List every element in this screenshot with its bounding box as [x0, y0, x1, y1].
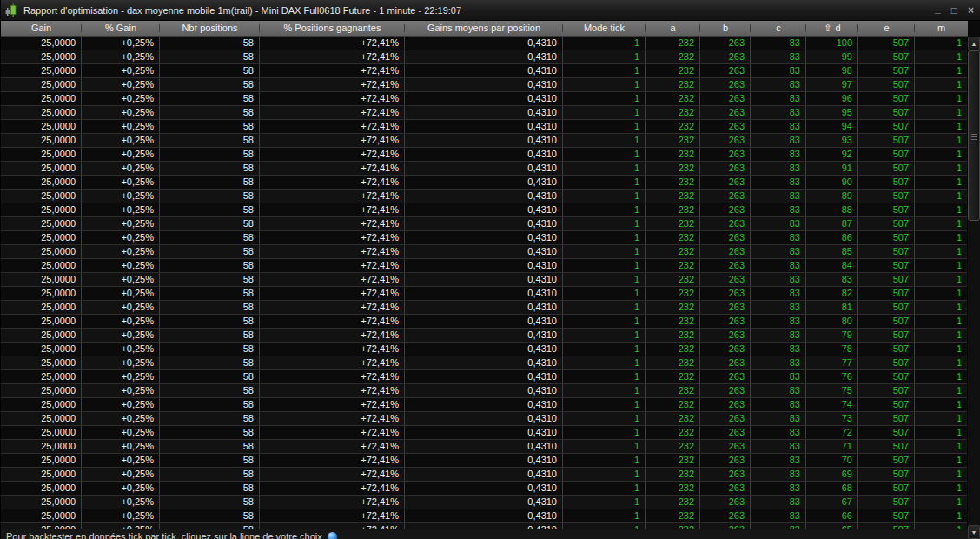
table-cell: 507	[858, 120, 915, 133]
table-cell: +0,25%	[82, 454, 160, 467]
column-header-positions-gagnantes[interactable]: % Positions gagnantes	[260, 21, 405, 37]
table-row[interactable]: 25,0000+0,25%58+72,41%0,4310123226383705…	[1, 454, 968, 468]
table-cell: 232	[646, 356, 700, 369]
table-row[interactable]: 25,0000+0,25%58+72,41%0,4310123226383985…	[1, 64, 968, 78]
table-row[interactable]: 25,0000+0,25%58+72,41%0,4310123226383685…	[1, 482, 968, 496]
column-header-gain[interactable]: Gain	[1, 21, 82, 37]
table-cell: 1	[563, 120, 646, 133]
table-row[interactable]: 25,0000+0,25%58+72,41%0,4310123226383755…	[1, 384, 968, 398]
table-cell: 232	[646, 78, 700, 91]
table-row[interactable]: 25,0000+0,25%58+72,41%0,4310123226383905…	[1, 176, 968, 190]
table-row[interactable]: 25,0000+0,25%58+72,41%0,4310123226383925…	[1, 148, 968, 162]
table-row[interactable]: 25,0000+0,25%58+72,41%0,4310123226383945…	[1, 120, 968, 134]
table-row[interactable]: 25,0000+0,25%58+72,41%0,4310123226383715…	[1, 440, 968, 454]
table-cell: 58	[160, 203, 260, 216]
table-cell: 93	[806, 134, 858, 147]
table-cell: 83	[751, 412, 806, 425]
column-header-c[interactable]: c	[751, 21, 806, 37]
table-row[interactable]: 25,0000+0,25%58+72,41%0,4310123226383935…	[1, 134, 968, 148]
close-button[interactable]: ×	[968, 0, 974, 21]
table-row[interactable]: 25,0000+0,25%58+72,41%0,4310123226383995…	[1, 50, 968, 64]
table-row[interactable]: 25,0000+0,25%58+72,41%0,4310123226383885…	[1, 203, 968, 217]
table-row[interactable]: 25,0000+0,25%58+72,41%0,4310123226383735…	[1, 412, 968, 426]
table-row[interactable]: 25,0000+0,25%58+72,41%0,4310123226383895…	[1, 190, 968, 203]
column-header-d[interactable]: ⇧d	[806, 21, 858, 37]
column-header-b[interactable]: b	[700, 21, 751, 37]
table-cell: 1	[915, 92, 968, 105]
table-cell: +72,41%	[260, 273, 405, 286]
table-cell: 507	[858, 329, 915, 342]
table-cell: 232	[646, 176, 700, 189]
column-header-a[interactable]: a	[646, 21, 700, 37]
table-row[interactable]: 25,0000+0,25%58+72,41%0,4310123226383875…	[1, 217, 968, 231]
scrollbar[interactable]: ▲ ▼	[967, 37, 980, 539]
table-row[interactable]: 25,0000+0,25%58+72,41%0,4310123226383975…	[1, 78, 968, 92]
scroll-thumb[interactable]	[968, 50, 980, 221]
table-cell: 1	[915, 50, 968, 63]
table-cell: 0,4310	[405, 482, 563, 495]
column-header-mode-tick[interactable]: Mode tick	[563, 21, 646, 37]
table-row[interactable]: 25,0000+0,25%58+72,41%0,4310123226383725…	[1, 426, 968, 440]
table-cell: 1	[563, 509, 646, 522]
table-cell: 263	[700, 384, 751, 397]
table-row[interactable]: 25,0000+0,25%58+72,41%0,4310123226383100…	[1, 37, 968, 50]
table-cell: 232	[646, 287, 700, 300]
table-row[interactable]: 25,0000+0,25%58+72,41%0,4310123226383695…	[1, 468, 968, 482]
column-header-nbr-positions[interactable]: Nbr positions	[160, 21, 260, 37]
table-row[interactable]: 25,0000+0,25%58+72,41%0,4310123226383865…	[1, 231, 968, 245]
table-row[interactable]: 25,0000+0,25%58+72,41%0,4310123226383665…	[1, 509, 968, 523]
table-row[interactable]: 25,0000+0,25%58+72,41%0,4310123226383775…	[1, 356, 968, 370]
table-cell: 1	[915, 231, 968, 244]
table-cell: +72,41%	[260, 356, 405, 369]
table-cell: 25,0000	[1, 176, 82, 189]
maximize-button[interactable]: □	[951, 0, 957, 21]
scroll-down-button[interactable]: ▼	[968, 525, 980, 539]
table-cell: 83	[751, 454, 806, 467]
table-row[interactable]: 25,0000+0,25%58+72,41%0,4310123226383835…	[1, 273, 968, 287]
table-cell: 25,0000	[1, 64, 82, 77]
table-row[interactable]: 25,0000+0,25%58+72,41%0,4310123226383785…	[1, 343, 968, 356]
table-cell: +0,25%	[82, 287, 160, 300]
table-cell: 25,0000	[1, 412, 82, 425]
column-label: % Positions gagnantes	[284, 23, 381, 33]
table-cell: 232	[646, 412, 700, 425]
table-cell: 1	[915, 440, 968, 453]
table-row[interactable]: 25,0000+0,25%58+72,41%0,4310123226383745…	[1, 398, 968, 412]
table-row[interactable]: 25,0000+0,25%58+72,41%0,4310123226383675…	[1, 496, 968, 509]
table-row[interactable]: 25,0000+0,25%58+72,41%0,4310123226383815…	[1, 301, 968, 315]
column-header-gain[interactable]: % Gain	[82, 21, 160, 37]
column-header-m[interactable]: m	[915, 21, 968, 37]
table-cell: 0,4310	[405, 176, 563, 189]
scroll-up-button[interactable]: ▲	[968, 37, 980, 50]
table-cell: 83	[751, 231, 806, 244]
column-header-e[interactable]: e	[858, 21, 915, 37]
table-row[interactable]: 25,0000+0,25%58+72,41%0,4310123226383965…	[1, 92, 968, 106]
table-cell: 25,0000	[1, 509, 82, 522]
table-cell: 83	[751, 245, 806, 258]
table-cell: +72,41%	[260, 190, 405, 203]
table-cell: 232	[646, 134, 700, 147]
table-cell: 232	[646, 217, 700, 230]
table-cell: 96	[806, 92, 858, 105]
table-row[interactable]: 25,0000+0,25%58+72,41%0,4310123226383855…	[1, 245, 968, 259]
table-cell: 507	[858, 106, 915, 119]
table-row[interactable]: 25,0000+0,25%58+72,41%0,4310123226383805…	[1, 315, 968, 329]
table-row[interactable]: 25,0000+0,25%58+72,41%0,4310123226383915…	[1, 162, 968, 176]
table-row[interactable]: 25,0000+0,25%58+72,41%0,4310123226383955…	[1, 106, 968, 120]
column-header-gains-moyens-par-position[interactable]: Gains moyens par position	[405, 21, 563, 37]
table-cell: 232	[646, 273, 700, 286]
table-row[interactable]: 25,0000+0,25%58+72,41%0,4310123226383795…	[1, 329, 968, 343]
table-row[interactable]: 25,0000+0,25%58+72,41%0,4310123226383845…	[1, 259, 968, 273]
table-cell: 507	[858, 356, 915, 369]
title-bar[interactable]: Rapport d'optimisation - dax moyenne mob…	[1, 0, 980, 21]
table-cell: 58	[160, 468, 260, 481]
table-cell: 507	[858, 259, 915, 272]
table-cell: 507	[858, 134, 915, 147]
minimize-button[interactable]: _	[935, 0, 941, 19]
column-label: Gain	[31, 23, 51, 33]
table-row[interactable]: 25,0000+0,25%58+72,41%0,4310123226383765…	[1, 370, 968, 384]
table-cell: 83	[751, 440, 806, 453]
table-cell: +0,25%	[82, 50, 160, 63]
table-row[interactable]: 25,0000+0,25%58+72,41%0,4310123226383825…	[1, 287, 968, 301]
table-cell: 1	[915, 509, 968, 522]
